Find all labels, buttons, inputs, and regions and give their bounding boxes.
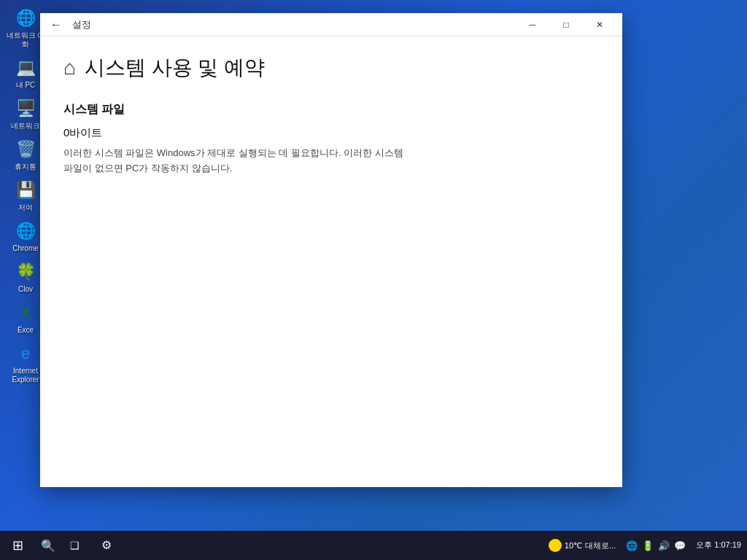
section-description: 이러한 시스템 파일은 Windows가 제대로 실행되는 데 필요합니다. 이… [63,146,414,176]
search-button[interactable]: 🔍 [35,531,61,560]
section-title: 시스템 파일 [63,102,599,117]
home-icon: ⌂ [63,56,76,79]
section-value: 0바이트 [63,126,599,140]
notification-tray-icon[interactable]: 💬 [674,540,686,551]
mypc-icon: 💻 [14,56,37,79]
taskbar: ⊞ 🔍 ❑ ⚙ 10℃ 대체로... 🌐 🔋 🔊 💬 [0,531,747,560]
taskbar-clock[interactable]: 오후 1:07:19 [690,540,747,551]
search-icon: 🔍 [41,539,55,553]
weather-icon [549,539,562,552]
weather-temp: 10℃ [565,541,582,551]
window-content: ⌂ 시스템 사용 및 예약 시스템 파일 0바이트 이러한 시스템 파일은 Wi… [40,36,622,487]
titlebar-controls: ─ □ ✕ [516,13,616,36]
chrome-icon: 🌐 [14,219,37,243]
clock-time: 오후 1:07:19 [696,540,741,551]
recycle-icon-label: 휴지통 [15,163,36,171]
ie-icon: e [14,342,37,365]
close-button[interactable]: ✕ [583,13,616,36]
system-files-section: 시스템 파일 0바이트 이러한 시스템 파일은 Windows가 제대로 실행되… [63,102,599,176]
page-title: 시스템 사용 및 예약 [85,54,265,82]
start-button[interactable]: ⊞ [0,531,35,560]
desktop: 🌐 네트워크 이화 💻 내 PC 🖥️ 네트워크 🗑️ 휴지통 💾 저여 🌐 C… [0,0,747,560]
ie-icon-label: InternetExplorer [12,367,39,384]
window-title: 설정 [72,18,91,31]
clover-icon: 🍀 [14,260,37,284]
weather-condition: 대체로... [585,540,616,551]
back-button[interactable]: ← [46,15,66,35]
taskview-button[interactable]: ❑ [61,531,88,560]
start-icon: ⊞ [12,537,23,553]
taskbar-app-settings[interactable]: ⚙ [90,531,123,560]
taskbar-apps: ⚙ [88,531,543,560]
settings-app-icon: ⚙ [101,538,112,552]
excel-icon: X [14,301,37,324]
storage-icon-label: 저여 [18,203,33,212]
minimize-button[interactable]: ─ [516,13,549,36]
settings-window: ← 설정 ─ □ ✕ ⌂ 시스템 사용 및 예약 시스템 파일 0바이트 이러한… [40,13,622,487]
network2-icon: 🖥️ [14,97,37,120]
window-titlebar: ← 설정 ─ □ ✕ [40,13,622,36]
battery-tray-icon[interactable]: 🔋 [642,540,654,551]
volume-tray-icon[interactable]: 🔊 [658,540,670,551]
recycle-icon: 🗑️ [14,138,37,161]
chrome-icon-label: Chrome [12,244,39,253]
maximize-button[interactable]: □ [549,13,583,36]
taskview-icon: ❑ [70,540,80,551]
system-tray: 🌐 🔋 🔊 💬 [622,540,690,551]
network2-icon-label: 네트워크 [11,122,40,131]
storage-icon: 💾 [14,179,37,202]
page-title-container: ⌂ 시스템 사용 및 예약 [63,54,599,82]
network-icon: 🌐 [14,7,37,30]
titlebar-nav: ← 설정 [46,15,91,35]
clover-icon-label: Clov [18,285,33,294]
network-tray-icon[interactable]: 🌐 [626,540,638,551]
taskbar-weather[interactable]: 10℃ 대체로... [543,539,622,552]
excel-icon-label: Exce [18,326,34,335]
mypc-icon-label: 내 PC [16,81,36,90]
